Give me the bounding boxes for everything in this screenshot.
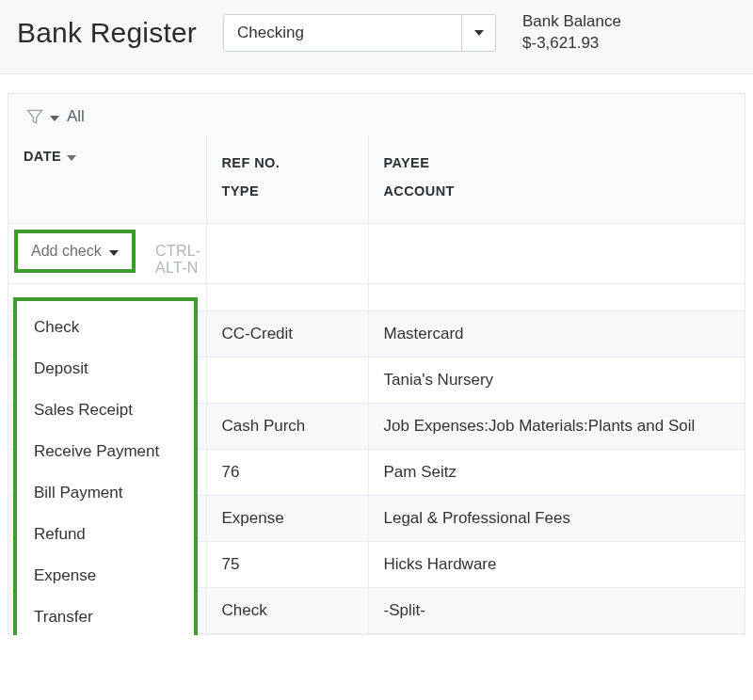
cell-payee-account [368,283,745,310]
cell-ref-type [206,283,368,310]
filter-icon [25,107,44,126]
page-root: Bank Register Checking Bank Balance $-3,… [0,0,753,635]
add-menu-item[interactable]: Refund [17,514,194,555]
cell-payee-account: Mastercard [368,310,745,357]
cell-ref-type [206,357,368,403]
cell-payee-account: -Split- [368,587,745,633]
cell-ref-type: 76 [206,449,368,495]
add-row: Add check CTRL-ALT-N [8,223,745,283]
chevron-down-icon[interactable] [50,107,59,126]
col-date-label: DATE [24,149,61,164]
col-payee-label: PAYEE [384,149,730,177]
add-menu-item[interactable]: Bill Payment [17,472,194,514]
add-menu-item[interactable]: Receive Payment [17,431,194,472]
account-select[interactable]: Checking [223,14,496,52]
account-select-value: Checking [224,15,461,51]
balance-label: Bank Balance [522,11,621,33]
sort-desc-icon [67,149,76,164]
balance-value: $-3,621.93 [522,33,621,55]
col-type-label: TYPE [222,177,353,205]
add-menu-item[interactable]: Expense [17,555,194,597]
cell-ref-type: 75 [206,541,368,587]
chevron-down-icon[interactable] [461,15,495,51]
col-account-label: ACCOUNT [384,177,730,205]
column-header-ref-type[interactable]: REF NO. TYPE [206,135,368,223]
cell-ref-type: Expense [206,495,368,541]
add-check-button[interactable]: Add check [14,230,136,273]
add-menu-item[interactable]: Check [17,307,194,348]
header-bar: Bank Register Checking Bank Balance $-3,… [0,0,753,74]
cell-ref-type: Cash Purch [206,403,368,449]
column-header-date[interactable]: DATE [8,135,206,223]
page-title: Bank Register [17,17,197,49]
add-menu-item[interactable]: Sales Receipt [17,390,194,431]
add-menu-item[interactable]: Transfer [17,597,194,635]
column-header-payee-account[interactable]: PAYEE ACCOUNT [368,135,745,223]
add-check-label: Add check [31,243,102,260]
cell-payee-account: Job Expenses:Job Materials:Plants and So… [368,403,745,449]
cell-payee-account: Pam Seitz [368,449,745,495]
filter-summary: All [67,107,85,126]
cell-ref-type: CC-Credit [206,310,368,357]
cell-payee-account: Tania's Nursery [368,357,745,403]
add-check-menu: CheckDepositSales ReceiptReceive Payment… [13,297,198,635]
cell-ref-type: Check [206,587,368,633]
bank-balance: Bank Balance $-3,621.93 [522,11,621,55]
cell-payee-account: Legal & Professional Fees [368,495,745,541]
cell-payee-account: Hicks Hardware [368,541,745,587]
chevron-down-icon [109,243,119,260]
add-check-shortcut: CTRL-ALT-N [155,243,206,277]
filter-bar[interactable]: All [8,94,745,135]
add-menu-item[interactable]: Deposit [17,348,194,390]
col-ref-label: REF NO. [222,149,353,177]
